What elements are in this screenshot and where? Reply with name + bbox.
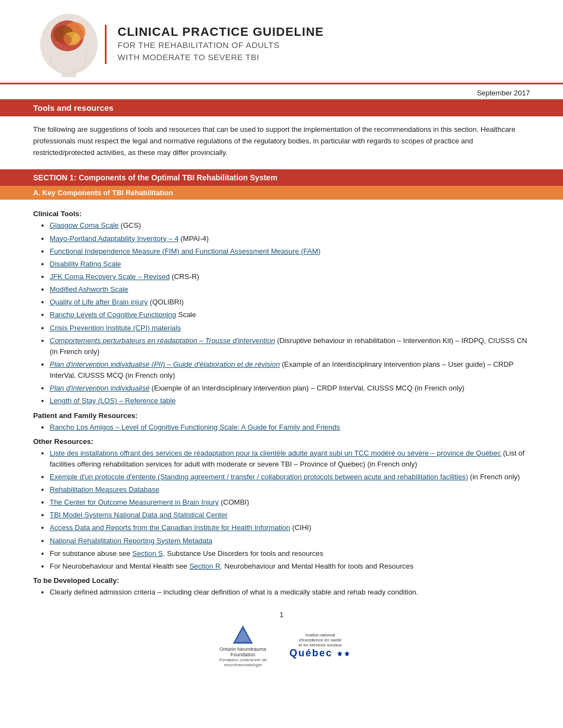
ontario-logo-icon <box>232 624 254 646</box>
list-item: TBI Model Systems National Data and Stat… <box>50 510 530 521</box>
other-resources-label: Other Resources: <box>33 437 530 446</box>
quebec-label3: et en services sociaux <box>299 643 342 647</box>
list-item: Plan d'intervention individualisé (PII) … <box>50 359 530 381</box>
list-item: For substance abuse see Section S. Subst… <box>50 548 530 559</box>
ontario-sub: Fondation ontarienne de neurotraumatolog… <box>210 657 276 667</box>
list-item: Length of Stay (LOS) – Reference table <box>50 395 530 406</box>
list-item: Modified Ashworth Scale <box>50 284 530 295</box>
list-item: Rancho Los Amigos – Level of Cognitive F… <box>50 422 530 433</box>
to-be-developed-list: Clearly defined admission criteria – inc… <box>33 587 530 598</box>
to-be-developed-label: To be Developed Locally: <box>33 576 530 585</box>
list-item: Comportements perturbateurs en réadaptat… <box>50 335 530 357</box>
list-item: Plan d'intervention individualisé (Examp… <box>50 383 530 394</box>
section-s-link[interactable]: Section S <box>132 549 163 558</box>
list-item: Exemple d'un protocole d'entente (Standi… <box>50 472 530 483</box>
list-item: Rancho Levels of Cognitive Functioning S… <box>50 309 530 320</box>
footer-logos: Ontario Neurotrauma Foundation Fondation… <box>0 622 563 673</box>
list-item: Access Data and Reports from the Canadia… <box>50 522 530 533</box>
clinical-tools-label: Clinical Tools: <box>33 210 530 218</box>
list-item: Glasgow Coma Scale (GCS) <box>50 220 530 231</box>
quebec-logo: Institut national d'excellence en santé … <box>287 633 353 659</box>
intro-text: The following are suggestions of tools a… <box>0 116 563 164</box>
center-outcome-link[interactable]: The Center for Outcome Measurement in Br… <box>50 498 219 506</box>
crisis-prevention-link[interactable]: Crisis Prevention Institute (CPI) materi… <box>50 324 181 332</box>
tbi-model-systems-link[interactable]: TBI Model Systems National Data and Stat… <box>50 511 227 519</box>
content-area: Clinical Tools: Glasgow Coma Scale (GCS)… <box>0 200 563 605</box>
modified-ashworth-link[interactable]: Modified Ashworth Scale <box>50 285 128 293</box>
list-item: Crisis Prevention Institute (CPI) materi… <box>50 323 530 334</box>
section-r-link[interactable]: Section R <box>189 562 220 570</box>
list-item: Functional Independence Measure (FIM) an… <box>50 246 530 257</box>
list-item: National Rehabilitation Reporting System… <box>50 536 530 547</box>
list-item: Rehabilitation Measures Database <box>50 484 530 495</box>
page-number: 1 <box>0 605 563 622</box>
liste-installations-link[interactable]: Liste des installations offrant des serv… <box>50 449 501 457</box>
header-title-sub1: FOR THE REHABILITATION OF ADULTS <box>118 39 324 52</box>
rehab-measures-link[interactable]: Rehabilitation Measures Database <box>50 485 160 494</box>
section1-heading: SECTION 1: Components of the Optimal TBI… <box>0 169 563 186</box>
national-rehab-reporting-link[interactable]: National Rehabilitation Reporting System… <box>50 537 213 545</box>
svg-point-5 <box>59 34 72 45</box>
header-title-main: CLINICAL PRACTICE GUIDELINE <box>118 25 324 39</box>
list-item: Clearly defined admission criteria – inc… <box>50 587 530 598</box>
quality-life-link[interactable]: Quality of Life after Brain injury <box>50 298 148 306</box>
tools-resources-heading: Tools and resources <box>0 99 563 116</box>
mayo-portland-link[interactable]: Mayo-Portland Adaptability Inventory – 4 <box>50 234 178 243</box>
list-item: JFK Coma Recovery Scale – Revised (CRS-R… <box>50 271 530 282</box>
ontario-logo: Ontario Neurotrauma Foundation Fondation… <box>210 624 276 667</box>
access-data-link[interactable]: Access Data and Reports from the Canadia… <box>50 523 290 532</box>
list-item: Liste des installations offrant des serv… <box>50 448 530 470</box>
header: CLINICAL PRACTICE GUIDELINE FOR THE REHA… <box>0 0 563 84</box>
quebec-label2: d'excellence en santé <box>299 638 342 643</box>
ontario-name: Ontario Neurotrauma Foundation <box>210 646 276 657</box>
page: CLINICAL PRACTICE GUIDELINE FOR THE REHA… <box>0 0 563 728</box>
jfk-coma-link[interactable]: JFK Coma Recovery Scale – Revised <box>50 272 169 281</box>
patient-family-list: Rancho Los Amigos – Level of Cognitive F… <box>33 422 530 433</box>
list-item: Disability Rating Scale <box>50 259 530 270</box>
date-text: September 2017 <box>477 89 530 97</box>
plan-intervention-link[interactable]: Plan d'intervention individualisé <box>50 384 150 392</box>
glasgow-coma-scale-link[interactable]: Glasgow Coma Scale <box>50 221 119 229</box>
quebec-word: Québec ⚜⚜ <box>289 647 350 659</box>
header-text-block: CLINICAL PRACTICE GUIDELINE FOR THE REHA… <box>105 25 324 64</box>
rancho-los-amigos-link[interactable]: Rancho Los Amigos – Level of Cognitive F… <box>50 423 340 431</box>
quebec-label: Institut national <box>305 633 335 638</box>
subsection-a-heading: A. Key Components of TBI Rehabilitation <box>0 186 563 200</box>
comportements-link[interactable]: Comportements perturbateurs en réadaptat… <box>50 336 275 345</box>
header-title-sub2: WITH MODERATE TO SEVERE TBI <box>118 51 324 64</box>
rancho-levels-link[interactable]: Rancho Levels of Cognitive Functioning <box>50 311 176 319</box>
date-line: September 2017 <box>0 84 563 99</box>
patient-family-label: Patient and Family Resources: <box>33 411 530 420</box>
list-item: The Center for Outcome Measurement in Br… <box>50 497 530 508</box>
list-item: For Neurobehaviour and Mental Health see… <box>50 561 530 572</box>
brain-logo-icon <box>33 11 105 77</box>
length-of-stay-link[interactable]: Length of Stay (LOS) – Reference table <box>50 397 176 405</box>
other-resources-list: Liste des installations offrant des serv… <box>33 448 530 572</box>
exemple-protocole-link[interactable]: Exemple d'un protocole d'entente (Standi… <box>50 473 468 481</box>
list-item: Quality of Life after Brain injury (QOLI… <box>50 297 530 308</box>
list-item: Mayo-Portland Adaptability Inventory – 4… <box>50 233 530 244</box>
clinical-tools-list: Glasgow Coma Scale (GCS) Mayo-Portland A… <box>33 220 530 406</box>
disability-rating-link[interactable]: Disability Rating Scale <box>50 260 121 268</box>
plan-intervention-guide-link[interactable]: Plan d'intervention individualisé (PII) … <box>50 360 280 368</box>
fim-fam-link[interactable]: Functional Independence Measure (FIM) an… <box>50 247 321 255</box>
